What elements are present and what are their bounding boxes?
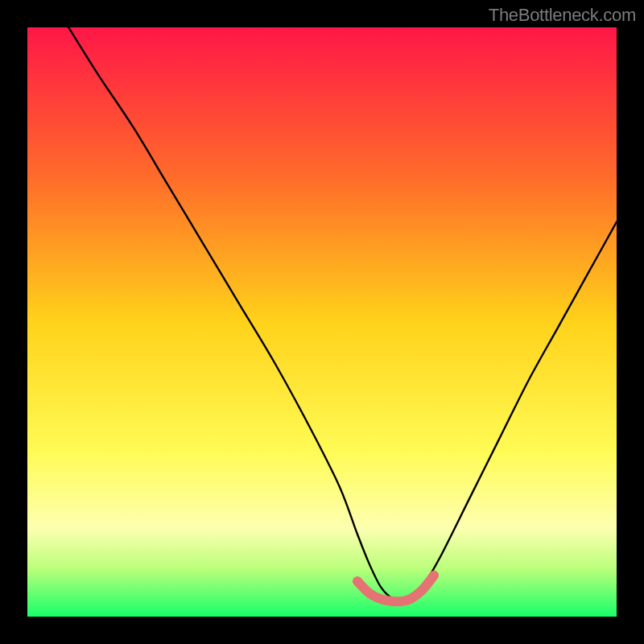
watermark-text: TheBottleneck.com (489, 5, 636, 26)
bottleneck-chart (0, 0, 644, 644)
plot-background (27, 27, 617, 617)
chart-container: { "watermark": "TheBottleneck.com", "cha… (0, 0, 644, 644)
